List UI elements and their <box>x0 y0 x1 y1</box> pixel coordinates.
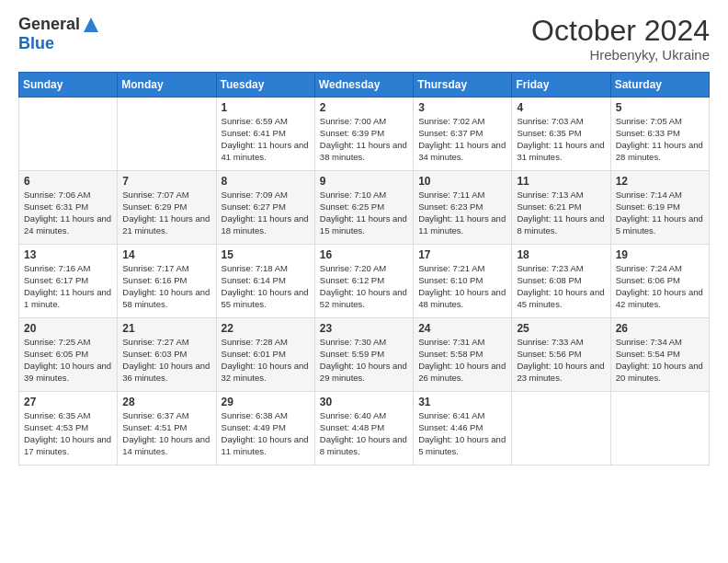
subtitle: Hrebenyky, Ukraine <box>531 47 710 63</box>
day-number: 13 <box>24 248 112 261</box>
calendar-cell: 31Sunrise: 6:41 AMSunset: 4:46 PMDayligh… <box>414 392 512 465</box>
calendar-table: SundayMondayTuesdayWednesdayThursdayFrid… <box>18 72 710 465</box>
day-number: 4 <box>517 101 605 114</box>
calendar-cell: 29Sunrise: 6:38 AMSunset: 4:49 PMDayligh… <box>216 392 314 465</box>
calendar-cell: 27Sunrise: 6:35 AMSunset: 4:53 PMDayligh… <box>19 392 118 465</box>
calendar-cell: 12Sunrise: 7:14 AMSunset: 6:19 PMDayligh… <box>610 171 709 245</box>
calendar-cell <box>512 392 610 465</box>
calendar-cell: 4Sunrise: 7:03 AMSunset: 6:35 PMDaylight… <box>512 98 610 171</box>
day-number: 31 <box>418 396 506 408</box>
calendar-cell: 11Sunrise: 7:13 AMSunset: 6:21 PMDayligh… <box>512 171 610 245</box>
day-number: 12 <box>616 175 704 188</box>
day-info: Sunrise: 7:30 AMSunset: 5:59 PMDaylight:… <box>320 337 408 384</box>
calendar-cell: 6Sunrise: 7:06 AMSunset: 6:31 PMDaylight… <box>19 171 118 245</box>
day-number: 28 <box>122 396 210 408</box>
day-number: 19 <box>616 248 704 261</box>
calendar-cell: 10Sunrise: 7:11 AMSunset: 6:23 PMDayligh… <box>414 171 512 245</box>
calendar-cell: 1Sunrise: 6:59 AMSunset: 6:41 PMDaylight… <box>216 98 314 171</box>
calendar-week-2: 6Sunrise: 7:06 AMSunset: 6:31 PMDaylight… <box>19 171 710 245</box>
calendar-week-1: 1Sunrise: 6:59 AMSunset: 6:41 PMDaylight… <box>19 98 710 171</box>
day-info: Sunrise: 7:20 AMSunset: 6:12 PMDaylight:… <box>320 263 408 310</box>
calendar-cell: 8Sunrise: 7:09 AMSunset: 6:27 PMDaylight… <box>216 171 314 245</box>
calendar-header-monday: Monday <box>118 73 216 98</box>
day-info: Sunrise: 7:33 AMSunset: 5:56 PMDaylight:… <box>517 337 605 384</box>
day-info: Sunrise: 7:23 AMSunset: 6:08 PMDaylight:… <box>517 263 605 310</box>
day-info: Sunrise: 7:31 AMSunset: 5:58 PMDaylight:… <box>418 337 506 384</box>
day-number: 21 <box>122 322 210 335</box>
calendar-cell: 30Sunrise: 6:40 AMSunset: 4:48 PMDayligh… <box>314 392 413 465</box>
day-info: Sunrise: 7:34 AMSunset: 5:54 PMDaylight:… <box>616 337 704 384</box>
logo: General Blue <box>18 15 100 53</box>
day-number: 2 <box>320 101 408 114</box>
calendar-cell: 15Sunrise: 7:18 AMSunset: 6:14 PMDayligh… <box>216 245 314 318</box>
day-number: 22 <box>222 322 310 335</box>
day-info: Sunrise: 6:38 AMSunset: 4:49 PMDaylight:… <box>222 410 310 457</box>
day-info: Sunrise: 7:03 AMSunset: 6:35 PMDaylight:… <box>517 116 605 163</box>
page: General Blue October 2024 Hrebenyky, Ukr… <box>0 0 728 563</box>
calendar-cell: 3Sunrise: 7:02 AMSunset: 6:37 PMDaylight… <box>414 98 512 171</box>
calendar-header-row: SundayMondayTuesdayWednesdayThursdayFrid… <box>19 73 710 98</box>
day-number: 29 <box>222 396 310 408</box>
calendar-header-friday: Friday <box>512 73 610 98</box>
day-info: Sunrise: 7:28 AMSunset: 6:01 PMDaylight:… <box>222 337 310 384</box>
day-info: Sunrise: 7:06 AMSunset: 6:31 PMDaylight:… <box>24 190 112 236</box>
day-info: Sunrise: 7:07 AMSunset: 6:29 PMDaylight:… <box>122 190 210 236</box>
calendar-week-4: 20Sunrise: 7:25 AMSunset: 6:05 PMDayligh… <box>19 318 710 392</box>
day-info: Sunrise: 7:10 AMSunset: 6:25 PMDaylight:… <box>320 190 408 236</box>
day-number: 30 <box>320 396 408 408</box>
calendar-header-wednesday: Wednesday <box>314 73 413 98</box>
calendar-cell: 28Sunrise: 6:37 AMSunset: 4:51 PMDayligh… <box>118 392 216 465</box>
day-info: Sunrise: 7:11 AMSunset: 6:23 PMDaylight:… <box>418 190 506 236</box>
day-info: Sunrise: 7:25 AMSunset: 6:05 PMDaylight:… <box>24 337 112 384</box>
day-number: 3 <box>418 101 506 114</box>
day-info: Sunrise: 6:35 AMSunset: 4:53 PMDaylight:… <box>24 410 112 457</box>
day-number: 17 <box>418 248 506 261</box>
calendar-cell: 22Sunrise: 7:28 AMSunset: 6:01 PMDayligh… <box>216 318 314 392</box>
day-info: Sunrise: 6:59 AMSunset: 6:41 PMDaylight:… <box>222 116 310 163</box>
calendar-cell: 13Sunrise: 7:16 AMSunset: 6:17 PMDayligh… <box>19 245 118 318</box>
day-number: 14 <box>122 248 210 261</box>
header: General Blue October 2024 Hrebenyky, Ukr… <box>18 15 710 63</box>
calendar-cell: 16Sunrise: 7:20 AMSunset: 6:12 PMDayligh… <box>314 245 413 318</box>
calendar-header-tuesday: Tuesday <box>216 73 314 98</box>
calendar-cell: 9Sunrise: 7:10 AMSunset: 6:25 PMDaylight… <box>314 171 413 245</box>
calendar-cell: 21Sunrise: 7:27 AMSunset: 6:03 PMDayligh… <box>118 318 216 392</box>
calendar-header-sunday: Sunday <box>19 73 118 98</box>
day-number: 10 <box>418 175 506 188</box>
day-number: 8 <box>222 175 310 188</box>
day-number: 23 <box>320 322 408 335</box>
calendar-cell: 25Sunrise: 7:33 AMSunset: 5:56 PMDayligh… <box>512 318 610 392</box>
day-number: 18 <box>517 248 605 261</box>
day-number: 9 <box>320 175 408 188</box>
calendar-cell: 19Sunrise: 7:24 AMSunset: 6:06 PMDayligh… <box>610 245 709 318</box>
calendar-cell: 2Sunrise: 7:00 AMSunset: 6:39 PMDaylight… <box>314 98 413 171</box>
day-number: 25 <box>517 322 605 335</box>
month-title: October 2024 <box>531 15 710 47</box>
calendar-cell: 18Sunrise: 7:23 AMSunset: 6:08 PMDayligh… <box>512 245 610 318</box>
calendar-header-saturday: Saturday <box>610 73 709 98</box>
calendar-cell: 14Sunrise: 7:17 AMSunset: 6:16 PMDayligh… <box>118 245 216 318</box>
calendar-cell <box>610 392 709 465</box>
day-info: Sunrise: 7:13 AMSunset: 6:21 PMDaylight:… <box>517 190 605 236</box>
day-number: 16 <box>320 248 408 261</box>
calendar-cell: 17Sunrise: 7:21 AMSunset: 6:10 PMDayligh… <box>414 245 512 318</box>
calendar-cell <box>118 98 216 171</box>
calendar-cell: 7Sunrise: 7:07 AMSunset: 6:29 PMDaylight… <box>118 171 216 245</box>
calendar-week-5: 27Sunrise: 6:35 AMSunset: 4:53 PMDayligh… <box>19 392 710 465</box>
day-number: 24 <box>418 322 506 335</box>
calendar-cell: 23Sunrise: 7:30 AMSunset: 5:59 PMDayligh… <box>314 318 413 392</box>
svg-marker-0 <box>84 17 98 32</box>
calendar-cell <box>19 98 118 171</box>
title-block: October 2024 Hrebenyky, Ukraine <box>531 15 710 63</box>
day-number: 5 <box>616 101 704 114</box>
day-info: Sunrise: 7:14 AMSunset: 6:19 PMDaylight:… <box>616 190 704 236</box>
day-info: Sunrise: 7:18 AMSunset: 6:14 PMDaylight:… <box>222 263 310 310</box>
logo-icon <box>82 16 100 34</box>
calendar-header-thursday: Thursday <box>414 73 512 98</box>
day-number: 6 <box>24 175 112 188</box>
day-number: 7 <box>122 175 210 188</box>
day-info: Sunrise: 7:27 AMSunset: 6:03 PMDaylight:… <box>122 337 210 384</box>
day-info: Sunrise: 6:40 AMSunset: 4:48 PMDaylight:… <box>320 410 408 457</box>
logo-blue-text: Blue <box>18 34 54 53</box>
day-number: 15 <box>222 248 310 261</box>
